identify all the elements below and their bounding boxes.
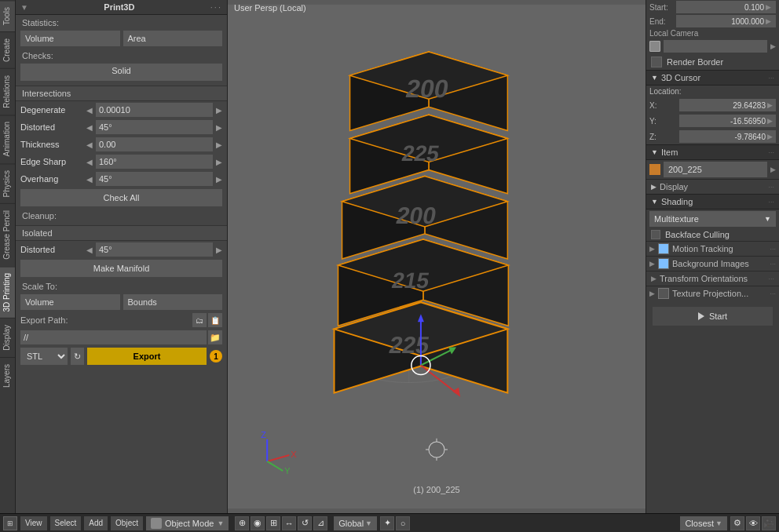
z-value[interactable]: -9.78640 ▶ [679,130,776,143]
magnet-icon[interactable]: ✦ [380,516,394,530]
sidebar-tab-display[interactable]: Display [0,318,15,357]
degenerate-arrow-right[interactable]: ▶ [216,106,222,115]
scale-icon[interactable]: ⊿ [313,516,327,530]
area-dropdown[interactable]: Area [123,31,223,46]
sidebar-tab-3d-printing[interactable]: 3D Printing [0,266,15,318]
export-path-open-btn[interactable]: 🗂 [192,313,207,327]
texture-dots: ··· [770,290,776,297]
z-arrow[interactable]: ▶ [767,133,773,140]
closest-dropdown[interactable]: Closest ▼ [680,516,727,530]
mode-selector[interactable]: Object Mode ▼ [146,516,229,530]
viewport-header: User Persp (Local) [234,3,306,13]
edge-sharp-arrow-right[interactable]: ▶ [216,158,222,166]
solid-btn[interactable]: Solid [20,64,222,81]
volume2-dropdown[interactable]: Volume [20,294,120,310]
export-path-row: Export Path: 🗂 📋 [16,312,227,329]
camera-arrow[interactable]: ▶ [770,42,776,50]
sidebar-tab-relations[interactable]: Relations [0,68,15,115]
check-all-button[interactable]: Check All [20,189,222,206]
overhang-arrow-left[interactable]: ◀ [86,175,93,184]
background-images-row[interactable]: ▶ Background Images ··· [646,256,779,271]
render-icon[interactable]: 🎥 [762,516,776,530]
texture-projection-row[interactable]: ▶ Texture Projection... ··· [646,286,779,301]
viewport[interactable]: User Persp (Local) [228,0,646,513]
y-arrow[interactable]: ▶ [767,117,773,125]
grid-icon[interactable]: ⊕ [235,516,249,530]
distorted2-arrow-left[interactable]: ◀ [86,246,93,254]
end-arrow[interactable]: ▶ [766,17,771,25]
distorted-arrow-right[interactable]: ▶ [216,123,222,132]
viewport-scene: 200 225 200 [228,0,646,513]
proportional-icon[interactable]: ○ [396,516,410,530]
background-images-checkbox[interactable] [658,258,669,269]
motion-tracking-checkbox[interactable] [658,243,669,254]
sidebar-tab-layers[interactable]: Layers [0,357,15,394]
edge-sharp-value[interactable]: 160° [96,155,213,169]
distorted-value[interactable]: 45° [96,120,213,134]
bounds-dropdown[interactable]: Bounds [123,294,223,310]
cursor-dots: ··· [768,74,774,82]
shading-section: ▼ Shading ··· [646,194,779,210]
edge-sharp-arrow-left[interactable]: ◀ [86,158,93,166]
cycle-icon-btn[interactable]: ↻ [71,348,84,365]
distorted-arrow-left[interactable]: ◀ [86,123,93,132]
distorted2-arrow-right[interactable]: ▶ [216,246,222,254]
item-name-arrow[interactable]: ▶ [770,166,776,173]
format-dropdown[interactable]: STL [20,348,68,365]
transform-orientations-row[interactable]: ▶ Transform Orientations ··· [646,271,779,286]
export-button[interactable]: Export [87,348,207,365]
view-btn[interactable]: View [20,516,47,530]
texture-icon [658,288,669,299]
display-collapsible[interactable]: ▶ Display ··· [646,179,779,194]
backface-culling-checkbox[interactable] [651,230,660,239]
end-value[interactable]: 1000.000 ▶ [676,15,776,27]
degenerate-value[interactable]: 0.00010 [96,103,213,117]
view-icon[interactable]: 👁 [746,516,760,530]
x-value[interactable]: 29.64283 ▶ [679,99,776,111]
start-button[interactable]: Start [653,307,773,326]
sidebar-tab-physics[interactable]: Physics [0,163,15,203]
make-manifold-button[interactable]: Make Manifold [20,260,222,277]
closest-label: Closest [685,519,714,528]
display-arrow: ▶ [651,183,656,191]
snap-icon[interactable]: ⊞ [266,516,280,530]
camera-field[interactable] [664,40,767,53]
distorted2-value[interactable]: 45° [96,242,213,257]
view-cube-icon[interactable]: ⊞ [3,516,17,530]
distorted-row: Distorted ◀ 45° ▶ [16,118,227,136]
transform-arrow: ▶ [651,275,656,282]
export-path-copy-btn[interactable]: 📋 [208,313,222,327]
add-btn[interactable]: Add [84,516,108,530]
sidebar-tab-create[interactable]: Create [0,31,15,68]
overhang-arrow-right[interactable]: ▶ [216,175,222,184]
settings-icon[interactable]: ⚙ [730,516,744,530]
thickness-row: Thickness ◀ 0.00 ▶ [16,136,227,153]
volume-dropdown[interactable]: Volume [20,31,120,46]
y-value[interactable]: -16.56950 ▶ [679,115,776,127]
transform-icon[interactable]: ↔ [282,516,296,530]
motion-tracking-row[interactable]: ▶ Motion Tracking ··· [646,241,779,256]
sphere-icon[interactable]: ◉ [251,516,265,530]
item-triangle: ▼ [651,148,658,156]
start-arrow[interactable]: ▶ [766,3,771,11]
multitexture-dropdown[interactable]: Multitexture ▼ [649,211,776,227]
degenerate-label: Degenerate [20,105,83,115]
thickness-arrow-left[interactable]: ◀ [86,140,93,149]
object-btn[interactable]: Object [111,516,143,530]
sidebar-tab-tools[interactable]: Tools [0,0,15,31]
global-dropdown[interactable]: Global ▼ [334,516,377,530]
sidebar-tab-animation[interactable]: Animation [0,115,15,162]
item-name-field[interactable]: 200_225 [664,162,767,177]
overhang-value[interactable]: 45° [96,172,213,186]
select-btn[interactable]: Select [50,516,82,530]
thickness-arrow-right[interactable]: ▶ [216,140,222,149]
degenerate-arrow-left[interactable]: ◀ [86,106,93,115]
rotate-icon[interactable]: ↺ [298,516,312,530]
path-btn[interactable]: 📁 [208,330,222,344]
x-arrow[interactable]: ▶ [767,101,773,109]
sidebar-tab-grease-pencil[interactable]: Grease Pencil [0,203,15,266]
start-value[interactable]: 0.100 ▶ [676,1,776,13]
render-border-checkbox[interactable] [651,56,662,67]
thickness-value[interactable]: 0.00 [96,137,213,151]
path-input[interactable] [20,330,207,344]
